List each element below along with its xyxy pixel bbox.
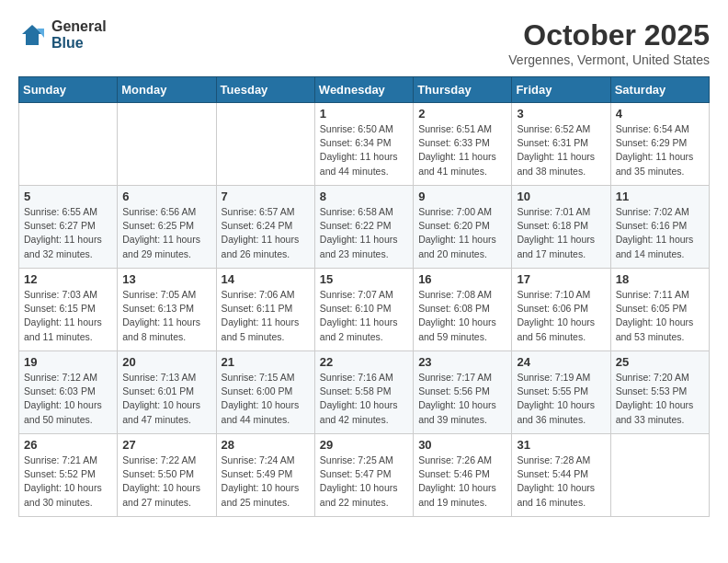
day-info: Sunrise: 7:26 AM Sunset: 5:46 PM Dayligh… [418,454,506,510]
day-number: 7 [222,190,310,203]
calendar-cell: 2Sunrise: 6:51 AM Sunset: 6:33 PM Daylig… [414,103,512,186]
day-info: Sunrise: 7:21 AM Sunset: 5:52 PM Dayligh… [24,454,112,510]
day-info: Sunrise: 6:54 AM Sunset: 6:29 PM Dayligh… [616,122,704,178]
day-info: Sunrise: 7:15 AM Sunset: 6:00 PM Dayligh… [222,371,310,427]
calendar-week-4: 19Sunrise: 7:12 AM Sunset: 6:03 PM Dayli… [19,351,710,434]
day-number: 20 [122,355,210,369]
calendar-cell: 20Sunrise: 7:13 AM Sunset: 6:01 PM Dayli… [118,351,216,434]
calendar-cell: 11Sunrise: 7:02 AM Sunset: 6:16 PM Dayli… [610,186,709,269]
calendar-header: SundayMondayTuesdayWednesdayThursdayFrid… [19,77,710,103]
day-number: 29 [320,438,408,452]
calendar-cell: 23Sunrise: 7:17 AM Sunset: 5:56 PM Dayli… [414,351,512,434]
weekday-header-tuesday: Tuesday [216,77,314,103]
logo-general-text: General [51,18,107,35]
day-number: 1 [320,107,408,121]
day-info: Sunrise: 7:17 AM Sunset: 5:56 PM Dayligh… [418,371,506,427]
calendar-cell: 31Sunrise: 7:28 AM Sunset: 5:44 PM Dayli… [512,434,610,517]
day-info: Sunrise: 7:13 AM Sunset: 6:01 PM Dayligh… [122,371,210,427]
weekday-header-thursday: Thursday [414,77,512,103]
day-number: 26 [24,438,112,452]
day-info: Sunrise: 7:08 AM Sunset: 6:08 PM Dayligh… [418,288,506,344]
calendar-cell [118,103,216,186]
page-header: General Blue October 2025 Vergennes, Ver… [18,18,710,67]
day-info: Sunrise: 6:56 AM Sunset: 6:25 PM Dayligh… [122,205,210,261]
calendar-cell: 29Sunrise: 7:25 AM Sunset: 5:47 PM Dayli… [314,434,413,517]
day-info: Sunrise: 7:24 AM Sunset: 5:49 PM Dayligh… [222,454,310,510]
day-number: 23 [418,355,506,369]
calendar-body: 1Sunrise: 6:50 AM Sunset: 6:34 PM Daylig… [19,103,710,517]
day-number: 2 [418,107,506,121]
day-info: Sunrise: 6:58 AM Sunset: 6:22 PM Dayligh… [320,205,408,261]
day-number: 14 [222,272,310,286]
calendar-cell: 8Sunrise: 6:58 AM Sunset: 6:22 PM Daylig… [314,186,413,269]
calendar-cell: 12Sunrise: 7:03 AM Sunset: 6:15 PM Dayli… [19,269,118,351]
calendar-cell: 7Sunrise: 6:57 AM Sunset: 6:24 PM Daylig… [216,186,314,269]
calendar-cell: 26Sunrise: 7:21 AM Sunset: 5:52 PM Dayli… [19,434,118,517]
calendar-cell: 15Sunrise: 7:07 AM Sunset: 6:10 PM Dayli… [314,269,413,351]
day-info: Sunrise: 7:03 AM Sunset: 6:15 PM Dayligh… [24,288,112,344]
weekday-header-saturday: Saturday [610,77,709,103]
calendar-cell [216,103,314,186]
day-info: Sunrise: 7:20 AM Sunset: 5:53 PM Dayligh… [616,371,704,427]
day-info: Sunrise: 7:06 AM Sunset: 6:11 PM Dayligh… [222,288,310,344]
month-title: October 2025 [508,18,710,52]
day-info: Sunrise: 6:57 AM Sunset: 6:24 PM Dayligh… [222,205,310,261]
day-info: Sunrise: 6:52 AM Sunset: 6:31 PM Dayligh… [517,122,605,178]
calendar-cell: 25Sunrise: 7:20 AM Sunset: 5:53 PM Dayli… [610,351,709,434]
calendar-cell: 14Sunrise: 7:06 AM Sunset: 6:11 PM Dayli… [216,269,314,351]
logo-text: General Blue [51,18,107,51]
calendar-cell: 10Sunrise: 7:01 AM Sunset: 6:18 PM Dayli… [512,186,610,269]
day-number: 13 [122,272,210,286]
calendar-week-1: 1Sunrise: 6:50 AM Sunset: 6:34 PM Daylig… [19,103,710,186]
calendar-cell: 13Sunrise: 7:05 AM Sunset: 6:13 PM Dayli… [118,269,216,351]
logo-icon [18,21,46,49]
day-number: 5 [24,190,112,203]
day-number: 11 [616,190,704,203]
day-info: Sunrise: 6:50 AM Sunset: 6:34 PM Dayligh… [320,122,408,178]
day-info: Sunrise: 7:01 AM Sunset: 6:18 PM Dayligh… [517,205,605,261]
day-info: Sunrise: 6:55 AM Sunset: 6:27 PM Dayligh… [24,205,112,261]
day-number: 15 [320,272,408,286]
calendar-week-5: 26Sunrise: 7:21 AM Sunset: 5:52 PM Dayli… [19,434,710,517]
day-number: 19 [24,355,112,369]
logo: General Blue [18,18,107,51]
day-number: 22 [320,355,408,369]
calendar-cell: 21Sunrise: 7:15 AM Sunset: 6:00 PM Dayli… [216,351,314,434]
weekday-header-monday: Monday [118,77,216,103]
day-info: Sunrise: 7:22 AM Sunset: 5:50 PM Dayligh… [122,454,210,510]
calendar-cell: 22Sunrise: 7:16 AM Sunset: 5:58 PM Dayli… [314,351,413,434]
day-number: 25 [616,355,704,369]
calendar-week-3: 12Sunrise: 7:03 AM Sunset: 6:15 PM Dayli… [19,269,710,351]
day-info: Sunrise: 7:25 AM Sunset: 5:47 PM Dayligh… [320,454,408,510]
calendar-cell: 24Sunrise: 7:19 AM Sunset: 5:55 PM Dayli… [512,351,610,434]
day-number: 28 [222,438,310,452]
calendar-cell: 17Sunrise: 7:10 AM Sunset: 6:06 PM Dayli… [512,269,610,351]
day-info: Sunrise: 7:00 AM Sunset: 6:20 PM Dayligh… [418,205,506,261]
title-block: October 2025 Vergennes, Vermont, United … [508,18,710,67]
calendar-week-2: 5Sunrise: 6:55 AM Sunset: 6:27 PM Daylig… [19,186,710,269]
day-number: 4 [616,107,704,121]
calendar-cell: 1Sunrise: 6:50 AM Sunset: 6:34 PM Daylig… [314,103,413,186]
calendar-cell: 16Sunrise: 7:08 AM Sunset: 6:08 PM Dayli… [414,269,512,351]
calendar-cell: 18Sunrise: 7:11 AM Sunset: 6:05 PM Dayli… [610,269,709,351]
calendar-cell: 5Sunrise: 6:55 AM Sunset: 6:27 PM Daylig… [19,186,118,269]
calendar-cell: 9Sunrise: 7:00 AM Sunset: 6:20 PM Daylig… [414,186,512,269]
calendar-cell: 30Sunrise: 7:26 AM Sunset: 5:46 PM Dayli… [414,434,512,517]
day-number: 12 [24,272,112,286]
day-info: Sunrise: 7:02 AM Sunset: 6:16 PM Dayligh… [616,205,704,261]
day-number: 10 [517,190,605,203]
day-number: 16 [418,272,506,286]
calendar-table: SundayMondayTuesdayWednesdayThursdayFrid… [18,76,710,517]
day-info: Sunrise: 6:51 AM Sunset: 6:33 PM Dayligh… [418,122,506,178]
day-info: Sunrise: 7:05 AM Sunset: 6:13 PM Dayligh… [122,288,210,344]
day-number: 18 [616,272,704,286]
day-info: Sunrise: 7:16 AM Sunset: 5:58 PM Dayligh… [320,371,408,427]
calendar-cell: 4Sunrise: 6:54 AM Sunset: 6:29 PM Daylig… [610,103,709,186]
calendar-cell: 28Sunrise: 7:24 AM Sunset: 5:49 PM Dayli… [216,434,314,517]
calendar-cell: 19Sunrise: 7:12 AM Sunset: 6:03 PM Dayli… [19,351,118,434]
weekday-header-friday: Friday [512,77,610,103]
day-number: 9 [418,190,506,203]
day-number: 24 [517,355,605,369]
calendar-cell [610,434,709,517]
day-number: 21 [222,355,310,369]
